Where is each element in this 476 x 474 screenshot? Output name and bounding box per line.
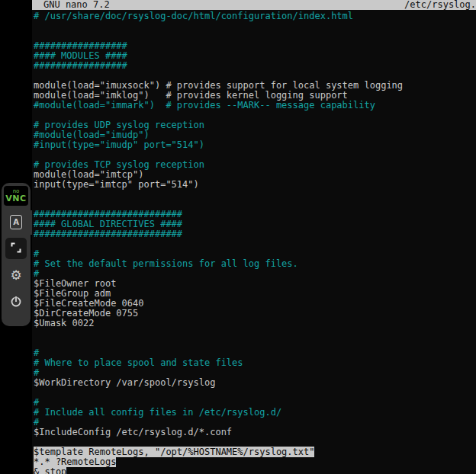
power-icon — [10, 295, 22, 309]
selected-text: $template RemoteLogs, "/opt/%HOSTNAME%/r… — [34, 447, 314, 457]
editor-line: # Include all config files in /etc/rsysl… — [34, 408, 476, 418]
editor-line: & stop — [34, 467, 476, 474]
editor-line: *.* ?RemoteLogs — [34, 457, 476, 467]
editor-line — [34, 190, 476, 200]
clipboard-icon: A — [10, 215, 22, 229]
editor-line — [34, 21, 476, 31]
editor-line: # /usr/share/doc/rsyslog-doc/html/config… — [34, 11, 476, 21]
editor-line: ################# — [34, 61, 476, 71]
editor-line: $WorkDirectory /var/spool/rsyslog — [34, 378, 476, 388]
novnc-logo: no VNC — [4, 186, 28, 206]
editor-line — [34, 388, 476, 398]
editor-line: #module(load="immark") # provides --MARK… — [34, 101, 476, 110]
selected-text: & stop — [34, 466, 66, 474]
editor-line: $IncludeConfig /etc/rsyslog.d/*.conf — [34, 428, 476, 437]
gear-icon: ⚙ — [10, 269, 21, 282]
power-button[interactable] — [5, 291, 27, 312]
novnc-control-bar: no VNC A ⚙ — [2, 183, 31, 326]
fullscreen-button[interactable] — [5, 238, 27, 259]
nano-editor-area[interactable]: # /usr/share/doc/rsyslog-doc/html/config… — [32, 10, 476, 474]
editor-line: $DirCreateMode 0755 — [34, 309, 476, 319]
selected-text: *.* ?RemoteLogs — [34, 456, 116, 467]
editor-line — [34, 328, 476, 338]
nano-version: GNU nano 7.2 — [32, 0, 110, 10]
clipboard-button[interactable]: A — [5, 211, 27, 232]
editor-line: # Where to place spool and state files — [34, 358, 476, 368]
editor-line: input(type="imtcp" port="514") — [34, 180, 476, 190]
settings-button[interactable]: ⚙ — [5, 264, 27, 286]
editor-line: # Set the default permissions for all lo… — [34, 259, 476, 269]
nano-title-bar: GNU nano 7.2 /etc/rsyslog. — [32, 0, 476, 10]
editor-line: $Umask 0022 — [34, 319, 476, 328]
nano-filename: /etc/rsyslog. — [404, 0, 476, 10]
screen: no VNC A ⚙ — [0, 0, 476, 474]
novnc-logo-main: VNC — [5, 194, 26, 203]
editor-line: #input(type="imudp" port="514") — [34, 140, 476, 150]
editor-line — [34, 338, 476, 348]
fullscreen-icon — [11, 242, 21, 255]
editor-line: ########################### — [34, 229, 476, 239]
editor-line — [34, 239, 476, 249]
terminal[interactable]: GNU nano 7.2 /etc/rsyslog. # /usr/share/… — [32, 0, 476, 474]
